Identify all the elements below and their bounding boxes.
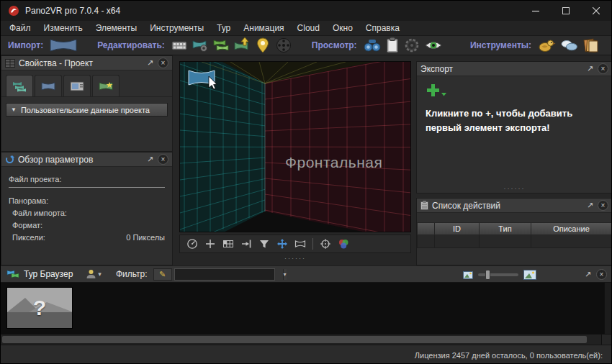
- export-body: Кликните по +, чтобы добавить первый эле…: [417, 76, 612, 193]
- filter-combobox[interactable]: ▾: [174, 268, 275, 281]
- status-bar: Лицензия 2457 дней осталось, 0 пользоват…: [1, 345, 612, 364]
- overview-field-import-file: Файл импорта:: [9, 206, 165, 219]
- export-resize-handle[interactable]: ······: [417, 185, 612, 192]
- field-label: Формат:: [12, 221, 42, 229]
- menu-item-edit[interactable]: Изменить: [37, 21, 89, 35]
- viewport-face-label: Фронтальная: [285, 154, 382, 171]
- column-header-id: ID: [435, 222, 480, 235]
- film-reel-icon: [275, 37, 292, 54]
- export-float-button[interactable]: ↗: [585, 63, 595, 74]
- properties-close-button[interactable]: ×: [158, 58, 168, 68]
- tour-browser-bar: Тур Браузер ▾ Фильтр: ✎ ▾ ↗ ×: [1, 265, 612, 283]
- vp-move-button[interactable]: [276, 238, 288, 250]
- edit-input-button[interactable]: [171, 36, 188, 55]
- license-status-text: Лицензия 2457 дней осталось, 0 пользоват…: [415, 351, 603, 360]
- components-button[interactable]: [582, 36, 600, 55]
- panorama-thumbnail[interactable]: ?: [6, 287, 73, 329]
- menu-item-window[interactable]: Окно: [326, 21, 359, 35]
- menu-item-tools[interactable]: Инструменты: [143, 21, 210, 35]
- vp-panorama-button[interactable]: [294, 238, 306, 250]
- clipboard-button[interactable]: [385, 36, 400, 55]
- menu-item-elements[interactable]: Элементы: [89, 21, 144, 35]
- tour-browser-icon: [6, 269, 19, 279]
- import-panorama-button[interactable]: [49, 36, 78, 55]
- vp-gauge-button[interactable]: [186, 238, 198, 250]
- panorama-viewport[interactable]: Фронтальная: [179, 61, 411, 232]
- overview-close-button[interactable]: ×: [158, 154, 168, 165]
- properties-tab-effects[interactable]: [92, 75, 120, 96]
- settings-button[interactable]: [403, 36, 420, 55]
- green-plus-icon: [426, 83, 450, 98]
- combo-dropdown-button[interactable]: ▾: [283, 269, 287, 280]
- cloud-upload-button[interactable]: [559, 36, 578, 55]
- user-data-section-header[interactable]: ▼ Пользовательские данные проекта: [6, 103, 168, 117]
- edit-viewing-button[interactable]: [192, 36, 209, 55]
- user-data-section-label: Пользовательские данные проекта: [21, 106, 150, 114]
- eye-icon: [424, 37, 443, 54]
- slider-thumb[interactable]: [485, 270, 490, 280]
- target-icon: [320, 238, 331, 250]
- field-label: Панорама:: [9, 196, 48, 205]
- binoculars-icon: [363, 37, 382, 54]
- maximize-button[interactable]: [551, 1, 581, 21]
- edit-animation-button[interactable]: [275, 36, 292, 55]
- actions-float-button[interactable]: ↗: [585, 200, 595, 211]
- vp-color-button[interactable]: [338, 238, 349, 250]
- field-label: Файл импорта:: [12, 209, 67, 217]
- leaves-icon: [12, 80, 27, 93]
- tour-close-button[interactable]: ×: [596, 269, 607, 280]
- properties-tab-panorama[interactable]: [35, 75, 62, 96]
- menu-item-file[interactable]: Файл: [3, 21, 37, 35]
- overview-body: Файл проекта: Панорама: Файл импорта: Фо…: [1, 167, 172, 243]
- user-menu-button[interactable]: ▾: [86, 269, 102, 279]
- thumbnail-size-slider[interactable]: [478, 273, 518, 276]
- collapse-icon: ▼: [11, 106, 17, 113]
- panorama-icon: [49, 37, 78, 54]
- panorama-node-thumbnail[interactable]: [187, 68, 220, 92]
- add-export-button[interactable]: [426, 83, 603, 98]
- vertical-scrollbar[interactable]: [604, 283, 612, 334]
- overview-field-format: Формат:: [9, 219, 165, 231]
- window-title: Pano2VR pro 7.0.4 - x64: [25, 6, 120, 16]
- horizontal-scrollbar[interactable]: [1, 334, 612, 345]
- vp-align-button[interactable]: [240, 238, 252, 250]
- minimize-button[interactable]: [521, 1, 551, 21]
- tour-float-button[interactable]: ↗: [582, 269, 593, 280]
- value-underline: [9, 187, 165, 188]
- toolbar-separator: [312, 238, 313, 250]
- chevron-down-icon: ▾: [98, 270, 102, 278]
- properties-tab-user-data[interactable]: [6, 75, 33, 96]
- vp-target-button[interactable]: [320, 238, 331, 250]
- actions-panel: Список действий ↗ × ID Тип Описание: [416, 198, 612, 265]
- vp-add-button[interactable]: [204, 238, 216, 250]
- properties-float-button[interactable]: ↗: [145, 58, 156, 68]
- rgb-circles-icon: [338, 238, 349, 250]
- menu-item-animation[interactable]: Анимация: [237, 21, 290, 35]
- filter-input[interactable]: [175, 269, 283, 280]
- patch-tool-button[interactable]: [537, 36, 556, 55]
- close-button[interactable]: [581, 1, 611, 21]
- menu-item-tour[interactable]: Тур: [210, 21, 237, 35]
- column-header-blank: [417, 222, 435, 235]
- export-close-button[interactable]: ×: [598, 63, 608, 74]
- edit-output-button[interactable]: [233, 36, 251, 55]
- vp-funnel-button[interactable]: [258, 238, 270, 250]
- scrollbar-thumb[interactable]: [2, 336, 587, 343]
- vp-grid-button[interactable]: [222, 238, 234, 250]
- actions-close-button[interactable]: ×: [598, 200, 608, 211]
- edit-panoramas-button[interactable]: [212, 36, 230, 55]
- preview-button[interactable]: [363, 36, 382, 55]
- filter-edit-button[interactable]: ✎: [153, 268, 172, 281]
- panorama-arrow-icon: [233, 37, 251, 54]
- field-label: Пиксели:: [12, 233, 45, 242]
- viewport-resize-handle[interactable]: ······: [179, 255, 411, 262]
- menu-item-help[interactable]: Справка: [359, 21, 406, 35]
- overview-panel-header: Обзор параметров ↗ ×: [1, 153, 172, 167]
- edit-location-button[interactable]: [254, 36, 271, 55]
- viewer-button[interactable]: [424, 36, 443, 55]
- menu-item-cloud[interactable]: Cloud: [291, 21, 326, 35]
- overview-float-button[interactable]: ↗: [145, 154, 156, 165]
- properties-tab-image[interactable]: [63, 75, 91, 96]
- table-cell: [480, 235, 531, 248]
- grid-icon: [222, 238, 234, 250]
